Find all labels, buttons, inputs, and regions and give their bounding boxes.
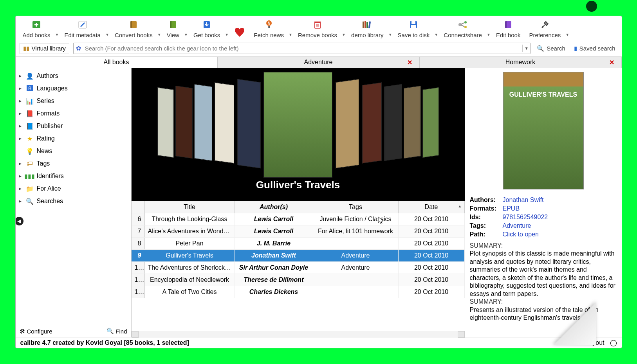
jobs-spinner[interactable]: ◯ (610, 339, 617, 346)
sidebar-item-authors[interactable]: ▶👤Authors (16, 70, 131, 82)
cover-thumb[interactable] (362, 82, 382, 163)
fetch-news-dropdown[interactable]: ▼ (288, 32, 293, 40)
find-button[interactable]: 🔍 Find (106, 328, 127, 335)
sidebar-item-rating[interactable]: ▶★Rating (16, 132, 131, 145)
formats-link[interactable]: EPUB (503, 205, 520, 212)
view-button[interactable]: View (163, 18, 183, 40)
svg-point-20 (464, 26, 467, 28)
close-tab-icon[interactable]: ✕ (609, 59, 614, 66)
close-tab-icon[interactable]: ✕ (407, 59, 412, 66)
table-row[interactable]: 8Peter PanJ. M. Barrie20 Oct 2010 (132, 238, 465, 250)
col-rownum[interactable] (132, 201, 145, 213)
cell-author: J. M. Barrie (235, 238, 313, 249)
col-date[interactable]: Date ▲ (399, 201, 465, 213)
cover-thumb[interactable] (157, 87, 174, 158)
cover-thumb[interactable] (175, 86, 193, 159)
demo-library-button[interactable]: demo library (347, 18, 388, 40)
table-row[interactable]: 11Encyclopedia of NeedleworkTherese de D… (132, 274, 465, 286)
sidebar-item-formats[interactable]: ▶📕Formats (16, 107, 131, 120)
tab-all-books[interactable]: All books (16, 57, 218, 68)
col-tags[interactable]: Tags (313, 201, 399, 213)
connect-share-dropdown[interactable]: ▼ (486, 32, 491, 40)
cell-author: Therese de Dillmont (235, 274, 313, 286)
horizontal-scrollbar[interactable] (132, 331, 465, 337)
cell-date: 20 Oct 2010 (399, 274, 465, 286)
remove-books-dropdown[interactable]: ▼ (341, 32, 346, 40)
layout-button[interactable]: 🛠 Layout (577, 339, 604, 346)
authors-link[interactable]: Jonathan Swift (503, 196, 544, 203)
add-books-button[interactable]: Add books (19, 18, 54, 40)
table-row[interactable]: 9Gulliver's TravelsJonathan SwiftAdventu… (132, 250, 465, 262)
table-row[interactable]: 10The Adventures of Sherlock H…Sir Arthu… (132, 262, 465, 274)
connect-share-button[interactable]: Connect/share (440, 18, 486, 40)
sort-asc-icon: ▲ (458, 204, 462, 208)
search-field-wrap: ✿ ▼ (73, 43, 531, 54)
cover-thumb[interactable] (422, 87, 439, 158)
tab-homework[interactable]: Homework✕ (420, 57, 622, 68)
edit-metadata-button[interactable]: Edit metadata (60, 18, 105, 40)
coverflow-title: Gulliver's Travels (256, 179, 340, 191)
col-author[interactable]: Author(s) (235, 201, 313, 213)
cell-n: 7 (132, 225, 145, 237)
tab-adventure[interactable]: Adventure✕ (218, 57, 420, 68)
table-row[interactable]: 6Through the Looking-GlassLewis CarrollJ… (132, 213, 465, 225)
view-dropdown[interactable]: ▼ (183, 32, 189, 40)
gear-icon[interactable]: ✿ (74, 45, 83, 52)
sidebar-item-searches[interactable]: ▶🔍Searches (16, 195, 131, 207)
save-to-disk-button[interactable]: Save to disk (394, 18, 434, 40)
tools-icon: 🛠 (577, 339, 583, 346)
heart-button[interactable] (230, 27, 249, 40)
ids-link[interactable]: 9781562549022 (503, 214, 548, 220)
cover-thumb[interactable] (336, 79, 359, 168)
preferences-button[interactable]: Preferences (525, 18, 565, 40)
save-icon (408, 19, 419, 30)
cover-thumb[interactable] (194, 84, 212, 161)
table-row[interactable]: 12A Tale of Two CitiesCharles Dickens20 … (132, 286, 465, 298)
sidebar-item-identifiers[interactable]: ▶▮▮▮Identifiers (16, 170, 131, 182)
sidebar-item-news[interactable]: 💡News (16, 145, 131, 157)
get-books-dropdown[interactable]: ▼ (224, 32, 229, 40)
sidebar-item-publisher[interactable]: ▶📘Publisher (16, 120, 131, 132)
convert-books-button[interactable]: Convert books (111, 18, 157, 40)
cover-thumb[interactable] (384, 84, 402, 161)
configure-label: Configure (27, 328, 52, 335)
sidebar-item-for-alice[interactable]: ▶📁For Alice (16, 182, 131, 195)
search-button[interactable]: 🔍 Search (534, 43, 568, 54)
cell-author: Jonathan Swift (235, 250, 313, 261)
get-books-button[interactable]: Get books (189, 18, 224, 40)
search-input[interactable] (83, 43, 522, 54)
cover-thumb[interactable] (404, 86, 421, 159)
sidebar-item-label: Searches (37, 198, 63, 205)
path-link[interactable]: Click to open (503, 231, 539, 238)
cover-main[interactable] (263, 72, 332, 178)
search-dropdown[interactable]: ▼ (522, 45, 530, 52)
edit-metadata-dropdown[interactable]: ▼ (105, 32, 110, 40)
col-title[interactable]: Title (145, 201, 235, 213)
get-books-label: Get books (193, 32, 220, 38)
save-to-disk-dropdown[interactable]: ▼ (433, 32, 439, 40)
cover-thumb[interactable] (215, 82, 234, 163)
collapse-sidebar-button[interactable]: ◀ (15, 217, 23, 225)
convert-books-dropdown[interactable]: ▼ (157, 32, 162, 40)
virtual-library-button[interactable]: ▮▮ Virtual library (20, 43, 69, 54)
demo-library-dropdown[interactable]: ▼ (388, 32, 393, 40)
sidebar-item-series[interactable]: ▶📊Series (16, 95, 131, 107)
tags-link[interactable]: Adventure (503, 222, 531, 229)
table-row[interactable]: 7Alice's Adventures in Wonderl…Lewis Car… (132, 225, 465, 238)
svg-text:N: N (267, 21, 270, 25)
sidebar-item-languages[interactable]: ▶🅰Languages (16, 82, 131, 95)
saved-search-button[interactable]: ▮ Saved search (572, 43, 618, 54)
configure-button[interactable]: 🛠 Configure (20, 328, 52, 335)
bookmark-icon: ▮ (574, 45, 577, 52)
sidebar-item-tags[interactable]: ▶🏷Tags (16, 157, 131, 170)
cover-image[interactable]: GULLIVER'S TRAVELS (503, 72, 584, 189)
edit-book-button[interactable]: Edit book (492, 18, 525, 40)
sidebar-item-label: Identifiers (37, 173, 64, 180)
preferences-dropdown[interactable]: ▼ (565, 32, 570, 40)
remove-books-button[interactable]: Remove books (294, 18, 341, 40)
fetch-news-button[interactable]: NFetch news (250, 18, 288, 40)
cover-thumb[interactable] (237, 79, 261, 168)
add-books-dropdown[interactable]: ▼ (54, 32, 60, 40)
cell-author: Lewis Carroll (235, 225, 313, 237)
preferences-label: Preferences (529, 32, 561, 38)
